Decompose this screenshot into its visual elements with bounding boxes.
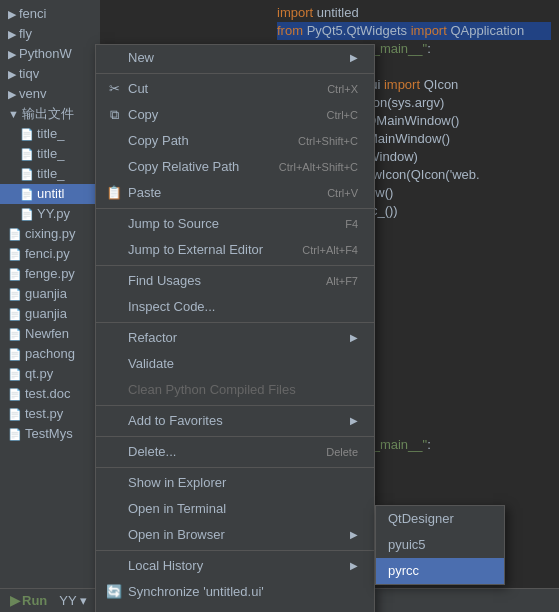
menu-jump-external-label: Jump to External Editor (128, 240, 286, 260)
menu-jump-external-shortcut: Ctrl+Alt+F4 (302, 240, 358, 260)
code-line-2: from PyQt5.QtWidgets import QApplication (277, 22, 551, 40)
run-button[interactable]: ▶ Run (4, 593, 53, 608)
code-line-1: import untitled (277, 4, 551, 22)
tree-fenge[interactable]: 📄fenge.py (0, 264, 100, 284)
menu-synchronize[interactable]: 🔄 Synchronize 'untitled.ui' (96, 579, 374, 605)
favorites-arrow: ▶ (350, 411, 358, 431)
menu-synchronize-label: Synchronize 'untitled.ui' (128, 582, 358, 602)
menu-copy-shortcut: Ctrl+C (327, 105, 358, 125)
menu-jump-source-label: Jump to Source (128, 214, 329, 234)
separator-5 (96, 405, 374, 406)
menu-paste-shortcut: Ctrl+V (327, 183, 358, 203)
tree-output[interactable]: ▼输出文件 (0, 104, 100, 124)
menu-jump-source-shortcut: F4 (345, 214, 358, 234)
separator-7 (96, 467, 374, 468)
tree-qt[interactable]: 📄qt.py (0, 364, 100, 384)
menu-new-label: New (128, 48, 346, 68)
menu-local-history-label: Local History (128, 556, 346, 576)
menu-find-usages-label: Find Usages (128, 271, 310, 291)
menu-cut[interactable]: ✂ Cut Ctrl+X (96, 76, 374, 102)
menu-refactor[interactable]: Refactor ▶ (96, 325, 374, 351)
yy-selector[interactable]: YY ▾ (53, 593, 93, 608)
tree-cixing[interactable]: 📄cixing.py (0, 224, 100, 244)
yy-label: YY ▾ (59, 593, 87, 608)
menu-local-history[interactable]: Local History ▶ (96, 553, 374, 579)
submenu-pyuic5-label: pyuic5 (388, 535, 488, 555)
tree-title1[interactable]: 📄title_ (0, 124, 100, 144)
menu-paste-label: Paste (128, 183, 311, 203)
menu-validate[interactable]: Validate (96, 351, 374, 377)
menu-jump-source[interactable]: Jump to Source F4 (96, 211, 374, 237)
menu-validate-label: Validate (128, 354, 358, 374)
tree-title2[interactable]: 📄title_ (0, 144, 100, 164)
tree-newfen[interactable]: 📄Newfen (0, 324, 100, 344)
menu-edit-scopes-label: Edit Scopes... (128, 608, 358, 612)
tree-guanjia1[interactable]: 📄guanjia (0, 284, 100, 304)
menu-open-browser-label: Open in Browser (128, 525, 346, 545)
menu-find-usages[interactable]: Find Usages Alt+F7 (96, 268, 374, 294)
menu-copy-path-label: Copy Path (128, 131, 282, 151)
menu-add-favorites-label: Add to Favorites (128, 411, 346, 431)
history-arrow: ▶ (350, 556, 358, 576)
new-arrow: ▶ (350, 48, 358, 68)
menu-paste[interactable]: 📋 Paste Ctrl+V (96, 180, 374, 206)
submenu-pyrcc-label: pyrcc (388, 561, 488, 581)
cut-icon: ✂ (104, 79, 124, 99)
tree-testpy[interactable]: 📄test.py (0, 404, 100, 424)
menu-copy-path-shortcut: Ctrl+Shift+C (298, 131, 358, 151)
context-menu: New ▶ ✂ Cut Ctrl+X ⧉ Copy Ctrl+C Copy Pa… (95, 44, 375, 612)
menu-show-explorer[interactable]: Show in Explorer (96, 470, 374, 496)
submenu-qtdesigner-label: QtDesigner (388, 509, 488, 529)
run-icon: ▶ (10, 593, 20, 608)
menu-copy-label: Copy (128, 105, 311, 125)
menu-open-terminal-label: Open in Terminal (128, 499, 358, 519)
separator-8 (96, 550, 374, 551)
separator-4 (96, 322, 374, 323)
submenu-pyuic5[interactable]: pyuic5 (376, 532, 504, 558)
menu-copy-relative-path-shortcut: Ctrl+Alt+Shift+C (279, 157, 358, 177)
paste-icon: 📋 (104, 183, 124, 203)
menu-cut-label: Cut (128, 79, 311, 99)
submenu-pyrcc[interactable]: pyrcc (376, 558, 504, 584)
menu-copy[interactable]: ⧉ Copy Ctrl+C (96, 102, 374, 128)
menu-show-explorer-label: Show in Explorer (128, 473, 358, 493)
menu-copy-path[interactable]: Copy Path Ctrl+Shift+C (96, 128, 374, 154)
separator-2 (96, 208, 374, 209)
menu-open-browser[interactable]: Open in Browser ▶ (96, 522, 374, 548)
menu-inspect-code[interactable]: Inspect Code... (96, 294, 374, 320)
file-tree: ▶fenci ▶fly ▶PythonW ▶tiqv ▶venv ▼输出文件 📄… (0, 0, 100, 612)
menu-jump-external[interactable]: Jump to External Editor Ctrl+Alt+F4 (96, 237, 374, 263)
separator-1 (96, 73, 374, 74)
tree-yy[interactable]: 📄YY.py (0, 204, 100, 224)
menu-delete-label: Delete... (128, 442, 310, 462)
tree-untitled[interactable]: 📄untitl (0, 184, 100, 204)
menu-delete-shortcut: Delete (326, 442, 358, 462)
tree-guanjia2[interactable]: 📄guanjia (0, 304, 100, 324)
tree-testdoc[interactable]: 📄test.doc (0, 384, 100, 404)
menu-inspect-code-label: Inspect Code... (128, 297, 358, 317)
menu-clean-compiled: Clean Python Compiled Files (96, 377, 374, 403)
tree-testmys[interactable]: 📄TestMys (0, 424, 100, 444)
tree-fly[interactable]: ▶fly (0, 24, 100, 44)
menu-add-favorites[interactable]: Add to Favorites ▶ (96, 408, 374, 434)
external-tools-submenu: QtDesigner pyuic5 pyrcc (375, 505, 505, 585)
tree-pythonw[interactable]: ▶PythonW (0, 44, 100, 64)
run-label: Run (22, 593, 47, 608)
tree-tiqv[interactable]: ▶tiqv (0, 64, 100, 84)
menu-copy-relative-path[interactable]: Copy Relative Path Ctrl+Alt+Shift+C (96, 154, 374, 180)
tree-title3[interactable]: 📄title_ (0, 164, 100, 184)
separator-3 (96, 265, 374, 266)
menu-refactor-label: Refactor (128, 328, 346, 348)
separator-6 (96, 436, 374, 437)
tree-venv[interactable]: ▶venv (0, 84, 100, 104)
tree-fenci-py[interactable]: 📄fenci.py (0, 244, 100, 264)
menu-new[interactable]: New ▶ (96, 45, 374, 71)
menu-open-terminal[interactable]: Open in Terminal (96, 496, 374, 522)
tree-fenci[interactable]: ▶fenci (0, 4, 100, 24)
submenu-qtdesigner[interactable]: QtDesigner (376, 506, 504, 532)
tree-pachong[interactable]: 📄pachong (0, 344, 100, 364)
copy-icon: ⧉ (104, 105, 124, 125)
menu-edit-scopes[interactable]: Edit Scopes... (96, 605, 374, 612)
menu-delete[interactable]: Delete... Delete (96, 439, 374, 465)
menu-copy-relative-path-label: Copy Relative Path (128, 157, 263, 177)
